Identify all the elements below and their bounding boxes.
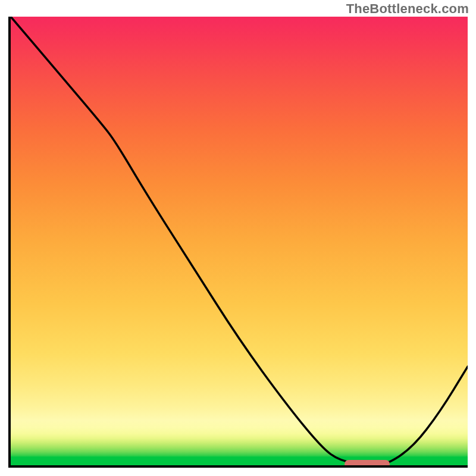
curve-layer [11, 17, 468, 465]
attribution-label: TheBottleneck.com [346, 1, 469, 17]
optimal-range-marker [345, 460, 390, 468]
bottleneck-chart: TheBottleneck.com [0, 0, 476, 476]
bottleneck-curve [11, 17, 468, 465]
plot-area [8, 17, 468, 468]
